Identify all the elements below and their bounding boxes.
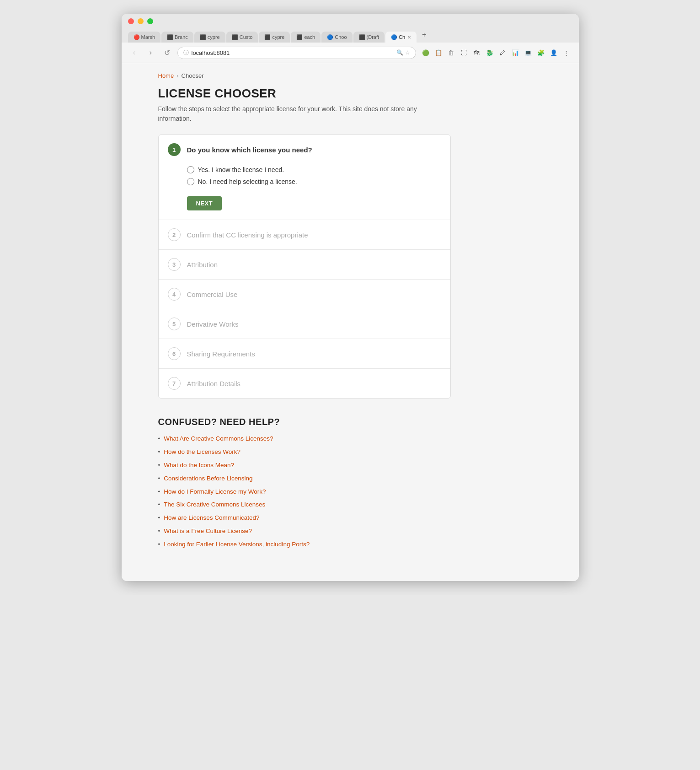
step-3-header[interactable]: 3 Attribution [159,250,450,279]
extension-icon-3[interactable]: 🗑 [445,47,457,59]
browser-toolbar-icons: 🟢 📋 🗑 ⛶ 🗺 🐉 🖊 📊 💻 🧩 👤 ⋮ [420,47,572,59]
radio-option-2[interactable]: No. I need help selecting a license. [187,178,441,185]
step-5-number: 5 [168,318,181,330]
radio-yes-label: Yes. I know the license I need. [198,166,284,173]
back-button[interactable]: ‹ [128,46,141,59]
address-bar-icons: 🔍 ☆ [396,49,410,56]
extension-icon-2[interactable]: 📋 [433,47,444,59]
help-link-item-8: What is a Free Culture License? [158,527,451,536]
reload-button[interactable]: ↺ [161,46,174,59]
tab-8[interactable]: ⬛ (Draft [353,32,385,43]
page-content: Home › Chooser LICENSE CHOOSER Follow th… [122,63,487,581]
browser-window: 🔴 Marsh ⬛ Branc ⬛ cypre ⬛ Custo ⬛ cypre … [122,14,579,581]
tab-icon-3: ⬛ [200,34,205,40]
tab-icon-9: 🔵 [391,34,396,40]
extension-icon-9[interactable]: 💻 [522,47,534,59]
step-1-number: 1 [168,143,181,156]
step-2: 2 Confirm that CC licensing is appropria… [159,220,450,250]
profile-avatar[interactable]: 👤 [548,47,560,59]
browser-controls [128,18,572,24]
radio-no[interactable] [187,178,194,185]
address-bar[interactable]: ⓘ 🔍 ☆ [177,47,416,59]
help-link-5[interactable]: How do I Formally License my Work? [164,488,266,496]
page-description: Follow the steps to select the appropria… [158,104,451,124]
tab-6[interactable]: ⬛ each [291,32,321,43]
tab-label-8: (Draft [367,34,379,40]
help-link-1[interactable]: What Are Creative Commons Licenses? [164,435,273,443]
help-link-item-1: What Are Creative Commons Licenses? [158,435,451,443]
close-button[interactable] [128,18,134,24]
tab-4[interactable]: ⬛ Custo [226,32,258,43]
search-icon: 🔍 [396,49,403,56]
step-2-header[interactable]: 2 Confirm that CC licensing is appropria… [159,220,450,249]
help-link-4[interactable]: Considerations Before Licensing [164,474,252,483]
tabs-bar: 🔴 Marsh ⬛ Branc ⬛ cypre ⬛ Custo ⬛ cypre … [128,28,572,43]
tab-label-3: cypre [208,34,220,40]
help-link-2[interactable]: How do the Licenses Work? [164,448,240,457]
extension-icon-7[interactable]: 🖊 [497,47,508,59]
tab-9-active[interactable]: 🔵 Ch ✕ [385,32,417,43]
step-6: 6 Sharing Requirements [159,339,450,369]
help-link-item-7: How are Licenses Communicated? [158,514,451,522]
tab-icon-1: 🔴 [134,34,139,40]
new-tab-button[interactable]: + [417,28,431,42]
tab-3[interactable]: ⬛ cypre [194,32,225,43]
bookmark-icon[interactable]: ☆ [405,49,410,56]
step-1-body: Yes. I know the license I need. No. I ne… [159,164,450,220]
step-6-header[interactable]: 6 Sharing Requirements [159,339,450,368]
breadcrumb-home[interactable]: Home [158,72,174,79]
tab-icon-5: ⬛ [264,34,270,40]
tab-icon-8: ⬛ [359,34,364,40]
extension-icon-8[interactable]: 📊 [509,47,521,59]
menu-button[interactable]: ⋮ [561,47,572,59]
help-link-item-2: How do the Licenses Work? [158,448,451,457]
tab-close-icon[interactable]: ✕ [407,35,411,40]
radio-yes[interactable] [187,166,194,173]
extensions-button[interactable]: 🧩 [535,47,547,59]
next-button[interactable]: NEXT [187,196,222,210]
step-6-number: 6 [168,347,181,360]
maximize-button[interactable] [147,18,153,24]
forward-button[interactable]: › [144,46,157,59]
tab-5[interactable]: ⬛ cypre [259,32,290,43]
step-1-header[interactable]: 1 Do you know which license you need? [159,135,450,164]
breadcrumb-separator: › [176,72,178,79]
tab-label-1: Marsh [141,34,155,40]
help-link-item-4: Considerations Before Licensing [158,474,451,483]
tab-7[interactable]: 🔵 Choo [321,32,352,43]
step-2-title: Confirm that CC licensing is appropriate [187,231,308,239]
extension-icon-5[interactable]: 🗺 [471,47,483,59]
help-link-8[interactable]: What is a Free Culture License? [164,527,252,536]
step-7-title: Attribution Details [187,380,241,388]
step-4: 4 Commercial Use [159,280,450,309]
browser-nav: ‹ › ↺ ⓘ 🔍 ☆ 🟢 📋 🗑 ⛶ 🗺 🐉 🖊 📊 💻 🧩 👤 ⋮ [122,43,579,63]
help-link-item-9: Looking for Earlier License Versions, in… [158,540,451,549]
step-7-header[interactable]: 7 Attribution Details [159,369,450,398]
extension-icon-1[interactable]: 🟢 [420,47,432,59]
help-link-7[interactable]: How are Licenses Communicated? [164,514,259,522]
browser-content: Home › Chooser LICENSE CHOOSER Follow th… [122,63,579,581]
help-links: What Are Creative Commons Licenses? How … [158,435,451,549]
step-5-header[interactable]: 5 Derivative Works [159,309,450,339]
step-4-header[interactable]: 4 Commercial Use [159,280,450,309]
url-input[interactable] [192,49,394,56]
step-7-number: 7 [168,377,181,390]
step-6-title: Sharing Requirements [187,350,255,358]
step-1-title: Do you know which license you need? [187,146,312,154]
help-link-6[interactable]: The Six Creative Commons Licenses [164,501,265,509]
help-link-item-6: The Six Creative Commons Licenses [158,501,451,509]
tab-2[interactable]: ⬛ Branc [161,32,193,43]
step-7: 7 Attribution Details [159,369,450,398]
radio-option-1[interactable]: Yes. I know the license I need. [187,166,441,173]
minimize-button[interactable] [138,18,144,24]
extension-icon-6[interactable]: 🐉 [484,47,496,59]
help-link-9[interactable]: Looking for Earlier License Versions, in… [164,540,310,549]
tab-icon-4: ⬛ [232,34,237,40]
tab-label-9: Ch [399,34,405,40]
breadcrumb: Home › Chooser [158,72,451,79]
page-title: LICENSE CHOOSER [158,86,451,101]
tab-1[interactable]: 🔴 Marsh [128,32,161,43]
extension-icon-4[interactable]: ⛶ [458,47,470,59]
help-link-3[interactable]: What do the Icons Mean? [164,461,234,470]
help-section: CONFUSED? NEED HELP? What Are Creative C… [158,417,451,549]
